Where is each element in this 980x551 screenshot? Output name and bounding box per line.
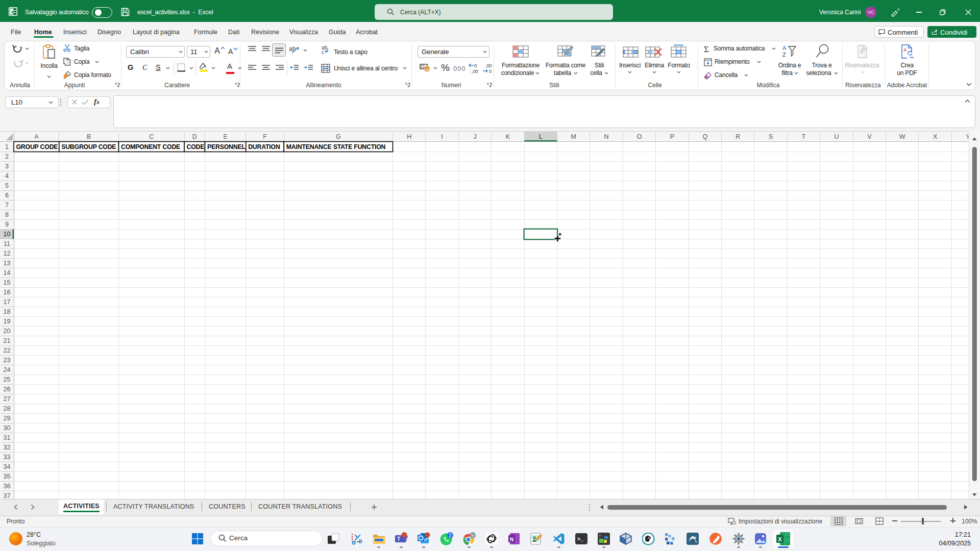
svg-text:O: O [637, 133, 642, 140]
svg-text:GROUP CODE: GROUP CODE [16, 143, 58, 151]
svg-text:17: 17 [4, 298, 11, 306]
svg-text:A: A [34, 133, 39, 140]
svg-text:H: H [407, 133, 411, 140]
svg-text:MAINTENANCE STATE FUNCTION: MAINTENANCE STATE FUNCTION [286, 143, 386, 151]
svg-text:11: 11 [4, 240, 10, 247]
svg-text:10: 10 [4, 231, 11, 238]
svg-text:N: N [510, 536, 514, 542]
svg-text:U: U [834, 133, 839, 140]
svg-text:Z: Z [782, 52, 786, 58]
svg-text:T: T [802, 133, 806, 140]
svg-text:9: 9 [5, 221, 9, 228]
svg-text:Q: Q [702, 133, 707, 140]
svg-text:A: A [782, 45, 787, 51]
svg-text:R: R [736, 133, 740, 140]
svg-text:7: 7 [5, 202, 9, 209]
svg-text:34: 34 [4, 463, 11, 470]
svg-text:19: 19 [4, 318, 11, 325]
svg-text:22: 22 [4, 347, 11, 354]
svg-text:3: 3 [5, 163, 9, 170]
svg-text:8: 8 [5, 211, 9, 218]
svg-text:36: 36 [4, 483, 11, 490]
svg-text:x: x [11, 9, 14, 14]
svg-text:29: 29 [4, 415, 11, 422]
svg-text:N: N [604, 133, 609, 140]
svg-text:L: L [539, 133, 543, 140]
svg-text:35: 35 [4, 473, 11, 480]
svg-text:0: 0 [489, 69, 492, 73]
svg-text:I: I [441, 133, 443, 140]
svg-text:28: 28 [4, 405, 11, 412]
svg-text:18: 18 [4, 308, 11, 315]
svg-text:16: 16 [4, 289, 11, 296]
svg-text:6: 6 [5, 192, 9, 199]
svg-text:K: K [506, 133, 510, 140]
svg-text:A: A [903, 47, 907, 53]
svg-text:X: X [933, 133, 938, 140]
svg-text:14: 14 [4, 269, 11, 277]
svg-text:31: 31 [4, 434, 11, 441]
svg-text:T: T [397, 536, 400, 542]
svg-text:,00: ,00 [485, 63, 492, 68]
svg-text:J: J [473, 133, 476, 140]
svg-text:S: S [769, 133, 773, 140]
svg-text:20: 20 [4, 328, 11, 335]
svg-text:32: 32 [4, 444, 11, 451]
svg-text:PERSONNEL: PERSONNEL [207, 143, 246, 151]
svg-text:E: E [223, 133, 227, 140]
svg-text:P: P [670, 133, 674, 140]
svg-text:1: 1 [5, 143, 9, 151]
svg-text:C: C [149, 133, 154, 140]
svg-text:D: D [192, 133, 197, 140]
svg-text:12: 12 [4, 250, 11, 257]
svg-text:ab: ab [289, 45, 296, 53]
svg-text:2: 2 [5, 153, 9, 160]
svg-text:V: V [471, 533, 474, 538]
svg-text:F: F [263, 133, 267, 140]
svg-text:>: > [599, 534, 601, 538]
svg-text:V: V [867, 133, 872, 140]
svg-text:37: 37 [4, 492, 11, 499]
svg-text:,00: ,00 [472, 69, 478, 73]
svg-text:G: G [336, 133, 341, 140]
svg-text:COMPONENT CODE: COMPONENT CODE [121, 143, 180, 151]
svg-text:23: 23 [4, 357, 11, 364]
svg-text:SUBGROUP CODE: SUBGROUP CODE [61, 143, 116, 151]
svg-text:CODE: CODE [187, 143, 205, 151]
svg-text:5: 5 [5, 182, 9, 189]
svg-text:13: 13 [4, 260, 11, 267]
svg-text:27: 27 [4, 395, 11, 403]
svg-text:X: X [778, 536, 782, 542]
svg-text:M: M [571, 133, 576, 140]
svg-text:25: 25 [4, 376, 11, 383]
svg-text:15: 15 [4, 279, 11, 286]
svg-text:>_: >_ [577, 537, 584, 542]
svg-text:2: 2 [449, 533, 452, 538]
svg-text:B: B [87, 133, 91, 140]
svg-text:4: 4 [5, 172, 9, 180]
svg-text:33: 33 [4, 454, 11, 461]
svg-text:24: 24 [4, 366, 11, 373]
svg-text:W: W [899, 133, 905, 140]
svg-text:21: 21 [4, 337, 11, 344]
svg-text:c: c [322, 49, 324, 54]
svg-text:30: 30 [4, 424, 11, 432]
svg-text:26: 26 [4, 386, 11, 393]
svg-text:DURATION: DURATION [248, 143, 280, 151]
svg-text:0: 0 [474, 63, 477, 68]
